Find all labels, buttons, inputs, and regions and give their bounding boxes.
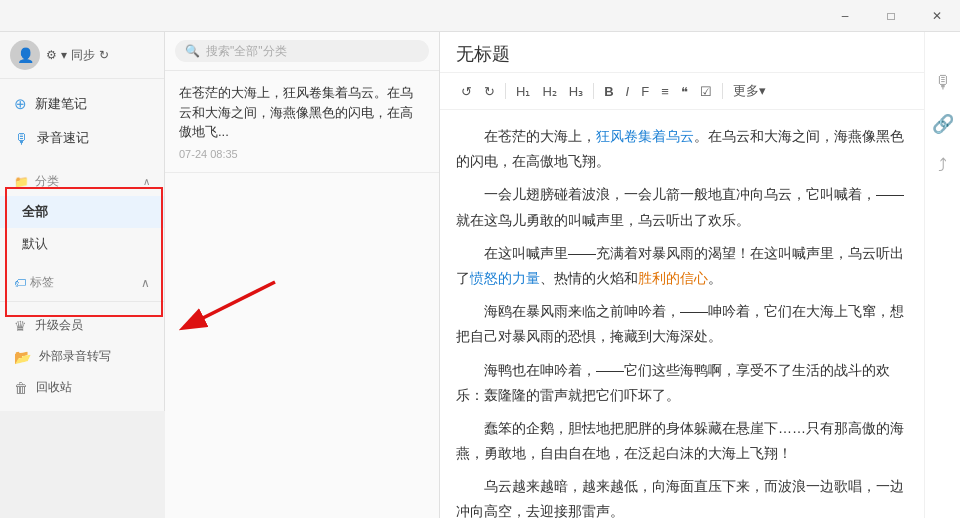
bold-button[interactable]: B xyxy=(599,81,618,102)
paragraph-2: 一会儿翅膀碰着波浪，一会儿箭一般地直冲向乌云，它叫喊着，——就在这鸟儿勇敢的叫喊… xyxy=(456,182,908,232)
external-icon: 📂 xyxy=(14,349,31,365)
quote-button[interactable]: ❝ xyxy=(676,81,693,102)
search-area: 🔍 xyxy=(165,32,439,71)
upgrade-label: 升级会员 xyxy=(35,317,83,334)
trash-icon: 🗑 xyxy=(14,380,28,396)
voice-note-button[interactable]: 🎙 录音速记 xyxy=(0,121,164,155)
nav-all[interactable]: 全部 xyxy=(0,196,164,228)
main-layout: 👤 ⚙ ▾ 同步 ↻ ⊕ 新建笔记 🎙 录音速记 xyxy=(0,32,960,518)
toolbar-sep-1 xyxy=(505,83,506,99)
nav-default[interactable]: 默认 xyxy=(0,228,164,260)
title-bar: – □ ✕ xyxy=(0,0,960,32)
tag-section: 🏷 标签 ∧ xyxy=(0,264,164,301)
sync-icon: ↻ xyxy=(99,48,109,62)
minimize-button[interactable]: – xyxy=(822,0,868,32)
redo-button[interactable]: ↻ xyxy=(479,81,500,102)
align-button[interactable]: ≡ xyxy=(656,81,674,102)
default-label: 默认 xyxy=(22,236,48,251)
share-icon[interactable]: ⤴ xyxy=(938,155,947,176)
settings-icon: ⚙ xyxy=(46,48,57,62)
link-icon[interactable]: 🔗 xyxy=(932,113,954,135)
tag-label: 标签 xyxy=(30,274,54,291)
tag-header[interactable]: 🏷 标签 ∧ xyxy=(0,268,164,297)
sidebar-actions: ⊕ 新建笔记 🎙 录音速记 xyxy=(0,79,164,163)
maximize-button[interactable]: □ xyxy=(868,0,914,32)
right-icon-panel: 🎙 🔗 ⤴ xyxy=(924,32,960,518)
note-list-item[interactable]: 在苍茫的大海上，狂风卷集着乌云。在乌云和大海之间，海燕像黑色的闪电，在高傲地飞.… xyxy=(165,71,439,173)
editor-header: 无标题 xyxy=(440,32,924,73)
trash-button[interactable]: 🗑 回收站 xyxy=(0,372,164,403)
search-bar[interactable]: 🔍 xyxy=(175,40,429,62)
paragraph-4: 海鸥在暴风雨来临之前呻吟着，——呻吟着，它们在大海上飞窜，想把自己对暴风雨的恐惧… xyxy=(456,299,908,349)
italic-button[interactable]: I xyxy=(621,81,635,102)
category-label: 分类 xyxy=(35,173,59,190)
new-note-label: 新建笔记 xyxy=(35,95,87,113)
sidebar: 👤 ⚙ ▾ 同步 ↻ ⊕ 新建笔记 🎙 录音速记 xyxy=(0,32,165,411)
external-label: 外部录音转写 xyxy=(39,348,111,365)
sync-area[interactable]: ⚙ ▾ 同步 ↻ xyxy=(46,47,109,64)
dropdown-icon: ▾ xyxy=(61,48,67,62)
editor-panel: 无标题 ↺ ↻ H₁ H₂ H₃ B I F ≡ ❝ ☑ 更多▾ 在苍茫的大海上… xyxy=(440,32,924,518)
h1-button[interactable]: H₁ xyxy=(511,81,535,102)
plus-icon: ⊕ xyxy=(14,95,27,113)
paragraph-3: 在这叫喊声里——充满着对暴风雨的渴望！在这叫喊声里，乌云听出了愤怒的力量、热情的… xyxy=(456,241,908,291)
avatar: 👤 xyxy=(10,40,40,70)
close-button[interactable]: ✕ xyxy=(914,0,960,32)
paragraph-1: 在苍茫的大海上，狂风卷集着乌云。在乌云和大海之间，海燕像黑色的闪电，在高傲地飞翔… xyxy=(456,124,908,174)
sidebar-top: 👤 ⚙ ▾ 同步 ↻ xyxy=(0,32,164,79)
toolbar-sep-2 xyxy=(593,83,594,99)
search-input[interactable] xyxy=(206,44,419,58)
category-section: 📁 分类 ∧ 全部 默认 xyxy=(0,163,164,264)
mic-icon: 🎙 xyxy=(14,130,29,147)
upgrade-button[interactable]: ♛ 升级会员 xyxy=(0,310,164,341)
note-list-panel: 🔍 在苍茫的大海上，狂风卷集着乌云。在乌云和大海之间，海燕像黑色的闪电，在高傲地… xyxy=(165,32,440,518)
crown-icon: ♛ xyxy=(14,318,27,334)
all-label: 全部 xyxy=(22,204,48,219)
folder-icon: 📁 xyxy=(14,175,29,189)
sidebar-bottom: ♛ 升级会员 📂 外部录音转写 🗑 回收站 xyxy=(0,301,164,411)
checkbox-button[interactable]: ☑ xyxy=(695,81,717,102)
new-note-button[interactable]: ⊕ 新建笔记 xyxy=(0,87,164,121)
category-chevron: ∧ xyxy=(143,176,150,187)
paragraph-5: 海鸭也在呻吟着，——它们这些海鸭啊，享受不了生活的战斗的欢乐：轰隆隆的雷声就把它… xyxy=(456,358,908,408)
search-icon: 🔍 xyxy=(185,44,200,58)
strikethrough-button[interactable]: F xyxy=(636,81,654,102)
trash-label: 回收站 xyxy=(36,379,72,396)
mic-right-icon[interactable]: 🎙 xyxy=(934,72,952,93)
paragraph-7: 乌云越来越暗，越来越低，向海面直压下来，而波浪一边歌唱，一边冲向高空，去迎接那雷… xyxy=(456,474,908,518)
undo-button[interactable]: ↺ xyxy=(456,81,477,102)
external-transcribe-button[interactable]: 📂 外部录音转写 xyxy=(0,341,164,372)
h3-button[interactable]: H₃ xyxy=(564,81,588,102)
editor-toolbar: ↺ ↻ H₁ H₂ H₃ B I F ≡ ❝ ☑ 更多▾ xyxy=(440,73,924,110)
note-preview: 在苍茫的大海上，狂风卷集着乌云。在乌云和大海之间，海燕像黑色的闪电，在高傲地飞.… xyxy=(179,83,425,142)
editor-content[interactable]: 在苍茫的大海上，狂风卷集着乌云。在乌云和大海之间，海燕像黑色的闪电，在高傲地飞翔… xyxy=(440,110,924,518)
note-date: 07-24 08:35 xyxy=(179,148,425,160)
tag-icon: 🏷 xyxy=(14,276,26,290)
h2-button[interactable]: H₂ xyxy=(537,81,561,102)
editor-title[interactable]: 无标题 xyxy=(456,42,908,66)
sync-label[interactable]: 同步 xyxy=(71,47,95,64)
voice-note-label: 录音速记 xyxy=(37,129,89,147)
window-controls: – □ ✕ xyxy=(822,0,960,32)
sidebar-wrapper: 👤 ⚙ ▾ 同步 ↻ ⊕ 新建笔记 🎙 录音速记 xyxy=(0,32,165,518)
avatar-icon: 👤 xyxy=(17,47,34,63)
more-button[interactable]: 更多▾ xyxy=(728,79,771,103)
paragraph-6: 蠢笨的企鹅，胆怯地把肥胖的身体躲藏在悬崖下……只有那高傲的海燕，勇敢地，自由自在… xyxy=(456,416,908,466)
toolbar-sep-3 xyxy=(722,83,723,99)
category-header[interactable]: 📁 分类 ∧ xyxy=(0,167,164,196)
tag-chevron: ∧ xyxy=(141,276,150,290)
